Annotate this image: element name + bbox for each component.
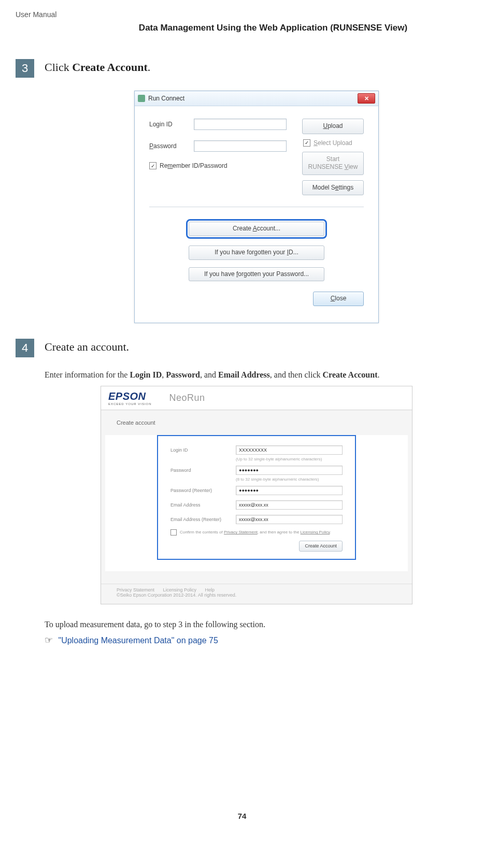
step-4-intro: Enter information for the Login ID, Pass…: [45, 370, 468, 380]
nr-password-note: (8 to 32 single-byte alphanumeric charac…: [236, 477, 343, 482]
nr-confirm-row: Confirm the contents of Privacy Statemen…: [170, 529, 343, 536]
remember-label: Remember ID/Password: [160, 162, 227, 169]
s4-intro-pre: Enter information for the: [45, 370, 130, 379]
s4-intro-b2: Password: [166, 370, 200, 379]
step-number-3: 3: [16, 59, 34, 78]
nr-confirm-checkbox[interactable]: [170, 529, 177, 536]
password-label: Password: [149, 142, 187, 150]
remember-checkbox[interactable]: ✓: [149, 162, 156, 169]
select-upload-checkbox[interactable]: ✓: [303, 139, 310, 147]
nr-email-label: Email Address: [170, 502, 227, 508]
footer-help-link[interactable]: Help: [205, 587, 215, 592]
step-4: 4 Create an account.: [16, 339, 468, 357]
runner-icon: [138, 95, 145, 102]
step3-title-post: .: [148, 61, 151, 74]
password-input[interactable]: [194, 140, 287, 152]
neorun-footer: Privacy Statement Licensing Policy Help …: [101, 584, 412, 604]
nr-licensing-link[interactable]: Licensing Policy: [301, 530, 330, 534]
nr-login-note: (Up to 32 single-byte alphanumeric chara…: [236, 457, 343, 461]
step-3: 3 Click Create Account.: [16, 59, 468, 78]
footer-copyright: ©Seiko Epson Corporation 2012-2014. All …: [117, 592, 396, 598]
close-icon[interactable]: ✕: [358, 93, 375, 104]
login-id-label: Login ID: [149, 121, 187, 128]
s4-intro-b3: Email Address: [218, 370, 270, 379]
s4-intro-b1: Login ID: [130, 370, 162, 379]
step3-title-pre: Click: [45, 61, 72, 74]
close-button[interactable]: Close: [313, 292, 364, 306]
neorun-logo: NeoRun: [169, 393, 205, 403]
neorun-header: EPSON EXCEED YOUR VISION NeoRun: [101, 386, 412, 410]
nr-email-input[interactable]: [236, 500, 343, 510]
nr-email2-input[interactable]: [236, 515, 343, 524]
section-title: Data Management Using the Web Applicatio…: [16, 23, 468, 33]
start-runsense-button[interactable]: Start RUNSENSE View: [302, 152, 364, 175]
epson-logo: EPSON: [108, 390, 152, 402]
nr-password-label: Password: [170, 468, 227, 473]
neorun-screenshot: EPSON EXCEED YOUR VISION NeoRun Create a…: [45, 386, 468, 605]
step3-title-bold: Create Account: [72, 61, 148, 74]
dialog-title: Run Connect: [148, 95, 184, 102]
nr-login-label: Login ID: [170, 447, 227, 453]
s4-intro-mid3: , and then click: [270, 370, 323, 379]
nr-confirm-mid: , and then agree to the: [258, 530, 301, 534]
nr-confirm-pre: Confirm the contents of: [180, 530, 224, 534]
runconnect-screenshot: Run Connect ✕ Login ID Password: [45, 91, 468, 323]
s4-intro-post: .: [377, 370, 379, 379]
forgot-id-button[interactable]: If you have forgotten your ID...: [189, 245, 324, 260]
s4-intro-b4: Create Account: [323, 370, 378, 379]
nr-privacy-link[interactable]: Privacy Statement: [224, 530, 258, 534]
after-note: To upload measurement data, go to step 3…: [45, 620, 468, 629]
step-3-title: Click Create Account.: [45, 61, 150, 74]
s4-intro-mid2: , and: [200, 370, 218, 379]
neorun-page: EPSON EXCEED YOUR VISION NeoRun Create a…: [101, 386, 412, 605]
doc-header: User Manual: [16, 10, 468, 19]
runconnect-dialog: Run Connect ✕ Login ID Password: [134, 91, 379, 323]
upload-button[interactable]: Upload: [302, 119, 364, 134]
s4-intro-mid1: ,: [162, 370, 166, 379]
create-account-form: Login ID (Up to 32 single-byte alphanume…: [157, 435, 356, 560]
footer-licensing-link[interactable]: Licensing Policy: [163, 587, 197, 592]
model-settings-button[interactable]: Model Settings: [302, 180, 364, 196]
start-btn-line1: Start: [326, 155, 339, 163]
forgot-password-button[interactable]: If you have forgotten your Password...: [189, 267, 324, 282]
pointer-icon: ☞: [45, 635, 53, 645]
page-number: 74: [16, 812, 468, 820]
footer-privacy-link[interactable]: Privacy Statement: [117, 587, 154, 592]
create-account-section-label: Create account: [101, 410, 412, 429]
cross-reference-text: "Uploading Measurement Data" on page 75: [58, 636, 218, 645]
start-btn-line2: RUNSENSE View: [308, 163, 358, 170]
nr-password-input[interactable]: [236, 466, 343, 475]
login-id-input[interactable]: [194, 119, 287, 130]
nr-create-account-button[interactable]: Create Account: [299, 541, 343, 552]
nr-password2-input[interactable]: [236, 486, 343, 495]
step-4-title: Create an account.: [45, 340, 129, 354]
nr-confirm-post: .: [330, 530, 331, 534]
nr-password2-label: Password (Reenter): [170, 488, 227, 493]
nr-email2-label: Email Address (Reenter): [170, 517, 227, 522]
epson-tagline: EXCEED YOUR VISION: [108, 402, 152, 406]
create-account-button[interactable]: Create Account...: [189, 222, 324, 236]
dialog-titlebar: Run Connect ✕: [135, 91, 378, 106]
nr-login-input[interactable]: [236, 445, 343, 455]
select-upload-label: Select Upload: [314, 139, 352, 147]
step-number-4: 4: [16, 339, 34, 357]
cross-reference[interactable]: ☞ "Uploading Measurement Data" on page 7…: [45, 634, 468, 646]
